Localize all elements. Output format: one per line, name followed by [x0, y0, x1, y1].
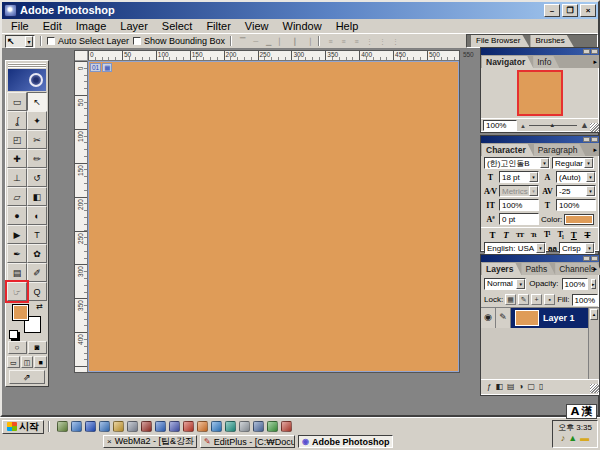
- foreground-color-swatch[interactable]: [12, 304, 29, 321]
- panel-title-strip[interactable]: [481, 255, 599, 262]
- align-icon[interactable]: ▕: [302, 36, 313, 47]
- standard-mode-button[interactable]: ○: [8, 341, 27, 354]
- quick-launch-icon[interactable]: [225, 421, 236, 432]
- quick-launch-icon[interactable]: [85, 421, 96, 432]
- scrollbar-thumb[interactable]: ▴: [590, 309, 598, 320]
- panel-menu-icon[interactable]: ▸: [593, 58, 597, 65]
- taskbar-button-photoshop[interactable]: ◉ Adobe Photoshop: [298, 435, 393, 448]
- underline-button[interactable]: T: [568, 229, 579, 241]
- kerning-select[interactable]: Metrics ▾: [499, 185, 539, 197]
- align-icon[interactable]: ─: [250, 36, 261, 47]
- lock-transparency-icon[interactable]: ▦: [505, 294, 516, 305]
- new-set-button[interactable]: ▤: [507, 383, 515, 391]
- menu-item[interactable]: Image: [69, 19, 114, 33]
- add-mask-button[interactable]: ◧: [495, 383, 503, 391]
- panel-minimize-icon[interactable]: [583, 256, 590, 261]
- clone-stamp-tool[interactable]: ⊥: [7, 168, 27, 187]
- magic-wand-tool[interactable]: ✦: [27, 111, 47, 130]
- zoom-out-icon[interactable]: ▲: [520, 123, 526, 129]
- zoom-slider[interactable]: ▴: [529, 125, 577, 126]
- close-button[interactable]: ×: [580, 4, 596, 17]
- menu-item[interactable]: File: [4, 19, 36, 33]
- paths-tab[interactable]: Paths: [521, 263, 555, 275]
- visibility-eye-icon[interactable]: ◉: [481, 308, 496, 328]
- blur-tool[interactable]: ●: [7, 206, 27, 225]
- slider-thumb[interactable]: ▴: [551, 121, 555, 128]
- slice-tool[interactable]: ✂: [27, 130, 47, 149]
- layer-name[interactable]: Layer 1: [543, 313, 575, 323]
- custom-shape-tool[interactable]: ✿: [27, 244, 47, 263]
- menu-item[interactable]: Window: [276, 19, 329, 33]
- all-caps-button[interactable]: TT: [514, 229, 525, 241]
- distribute-icon[interactable]: ⋮: [377, 36, 388, 47]
- zoom-tool[interactable]: Q: [27, 282, 47, 301]
- jump-to-imageready-button[interactable]: ⇗: [9, 370, 45, 384]
- panel-minimize-icon[interactable]: [583, 49, 590, 54]
- volume-icon[interactable]: ♪: [561, 434, 566, 443]
- horizontal-scale-input[interactable]: 100%: [556, 199, 596, 211]
- quick-launch-icon[interactable]: [281, 421, 292, 432]
- maximize-button[interactable]: ❐: [562, 4, 578, 17]
- align-icon[interactable]: ▔: [237, 36, 248, 47]
- chevron-down-icon[interactable]: ▾: [536, 243, 545, 253]
- file-browser-tab[interactable]: File Browser: [471, 35, 529, 47]
- resize-grip[interactable]: [590, 384, 599, 393]
- chevron-down-icon[interactable]: ▾: [586, 172, 595, 182]
- font-style-select[interactable]: Regular ▾: [552, 157, 594, 169]
- panel-title-strip[interactable]: [481, 48, 599, 55]
- quick-launch-icon[interactable]: [211, 421, 222, 432]
- character-tab[interactable]: Character: [482, 144, 534, 156]
- anti-alias-select[interactable]: Crisp ▾: [559, 242, 595, 254]
- brushes-tab[interactable]: Brushes: [530, 35, 573, 47]
- pen-tool[interactable]: ✒: [7, 244, 27, 263]
- title-bar[interactable]: Adobe Photoshop – ❐ ×: [2, 2, 598, 19]
- distribute-icon[interactable]: ≡: [338, 36, 349, 47]
- delete-layer-button[interactable]: ▯: [539, 383, 543, 391]
- quick-launch-icon[interactable]: [183, 421, 194, 432]
- quick-launch-icon[interactable]: [127, 421, 138, 432]
- layers-tab[interactable]: Layers: [482, 263, 521, 275]
- eyedropper-tool[interactable]: ✐: [27, 263, 47, 282]
- align-icon[interactable]: ▁: [263, 36, 274, 47]
- strikethrough-button[interactable]: T: [582, 229, 593, 241]
- chevron-down-icon[interactable]: ▾: [585, 243, 594, 253]
- quick-launch-icon[interactable]: [99, 421, 110, 432]
- blend-mode-select[interactable]: Normal ▾: [484, 278, 526, 290]
- history-brush-tool[interactable]: ↺: [27, 168, 47, 187]
- faux-bold-button[interactable]: T: [487, 229, 498, 241]
- panel-close-icon[interactable]: [591, 137, 598, 142]
- paragraph-tab[interactable]: Paragraph: [534, 144, 586, 156]
- checkbox-box[interactable]: [47, 37, 55, 45]
- rectangular-marquee-tool[interactable]: ▭: [7, 92, 27, 111]
- superscript-button[interactable]: T¹: [541, 229, 552, 241]
- chevron-down-icon[interactable]: ▾: [584, 158, 593, 168]
- notes-tool[interactable]: ▤: [7, 263, 27, 282]
- dodge-tool[interactable]: ◐: [27, 206, 47, 225]
- taskbar-button-webma2[interactable]: × WebMa2 - [팁&강좌 > P...: [103, 435, 197, 448]
- new-layer-button[interactable]: ▢: [527, 383, 535, 391]
- brush-tool[interactable]: ✏: [27, 149, 47, 168]
- opacity-arrow-icon[interactable]: ▸: [591, 279, 596, 289]
- menu-item[interactable]: Layer: [113, 19, 155, 33]
- chevron-down-icon[interactable]: ▾: [586, 186, 595, 196]
- gradient-tool[interactable]: ◧: [27, 187, 47, 206]
- resize-grip[interactable]: [590, 123, 599, 132]
- panel-close-icon[interactable]: [591, 49, 598, 54]
- vertical-ruler[interactable]: 050100150200250300350400: [75, 61, 88, 372]
- fullscreen-button[interactable]: ■: [34, 356, 47, 368]
- layers-scrollbar[interactable]: ▴: [588, 308, 599, 379]
- panel-minimize-icon[interactable]: [583, 137, 590, 142]
- show-bounding-box-checkbox[interactable]: Show Bounding Box: [133, 36, 225, 46]
- chevron-down-icon[interactable]: ▾: [540, 158, 549, 168]
- menu-item[interactable]: Edit: [36, 19, 69, 33]
- layer-thumbnail[interactable]: [515, 310, 539, 326]
- lock-all-icon[interactable]: ▪: [544, 294, 555, 305]
- quick-launch-icon[interactable]: [71, 421, 82, 432]
- ruler-corner[interactable]: [75, 51, 88, 61]
- move-tool[interactable]: ↖: [27, 92, 47, 111]
- tracking-select[interactable]: -25 ▾: [556, 185, 596, 197]
- canvas[interactable]: 01 ▦: [88, 61, 459, 372]
- quick-launch-icon[interactable]: [57, 421, 68, 432]
- chevron-down-icon[interactable]: ▾: [516, 279, 525, 289]
- type-tool[interactable]: T: [27, 225, 47, 244]
